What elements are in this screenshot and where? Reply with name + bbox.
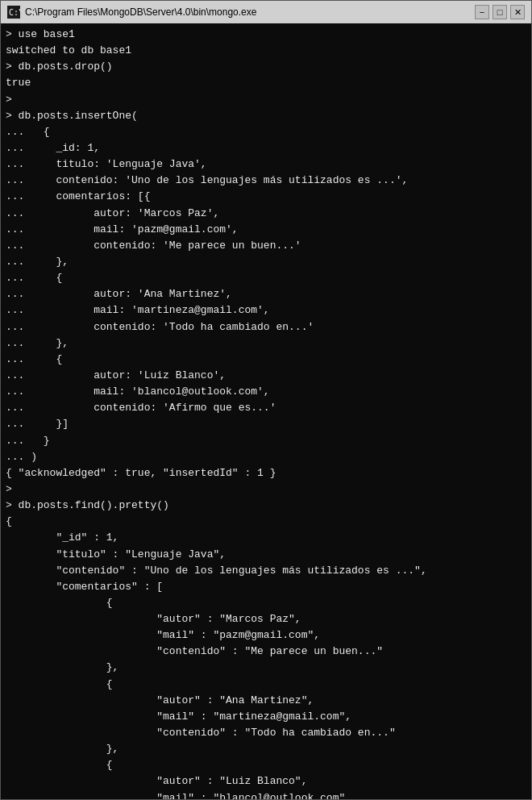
terminal-line: "contenido" : "Me parece un buen..." [6,644,526,660]
title-bar-controls: − □ ✕ [475,5,525,19]
terminal-line: > db.posts.find().pretty() [6,498,526,514]
terminal-line: ... }, [6,254,526,270]
terminal-line: "_id" : 1, [6,530,526,546]
terminal-line: { [6,757,526,773]
terminal-line: { [6,514,526,530]
terminal-line: "mail" : "martineza@gmail.com", [6,709,526,725]
terminal-line: ... autor: 'Ana Martinez', [6,286,526,302]
terminal-line: ... contenido: 'Todo ha cambiado en...' [6,319,526,335]
terminal-line: "autor" : "Luiz Blanco", [6,773,526,790]
terminal-line: "titulo" : "Lenguaje Java", [6,547,526,563]
terminal-line: switched to db base1 [6,43,526,59]
terminal-line: { [6,677,526,693]
terminal-line: ... mail: 'martineza@gmail.com', [6,302,526,319]
terminal-line: "autor" : "Marcos Paz", [6,611,526,627]
terminal-line: ... _id: 1, [6,140,526,156]
window-title: C:\Program Files\MongoDB\Server\4.0\bin\… [25,6,256,18]
terminal-line: > db.posts.drop() [6,59,526,75]
terminal-line: > db.posts.insertOne( [6,108,526,124]
terminal-line: { [6,595,526,611]
terminal-line: }, [6,660,526,676]
terminal-line: true [6,75,526,91]
maximize-button[interactable]: □ [493,5,507,19]
terminal-line: > [6,92,526,108]
svg-text:C:\: C:\ [9,8,20,17]
terminal-line: ... ) [6,449,526,465]
terminal-line: ... mail: 'blancol@outlook.com', [6,384,526,400]
terminal-content[interactable]: > use base1switched to db base1> db.post… [1,23,531,799]
title-bar-left: C:\ C:\Program Files\MongoDB\Server\4.0\… [7,6,256,19]
terminal-line: ... contenido: 'Me parece un buen...' [6,238,526,254]
terminal-line: > [6,481,526,498]
terminal-icon: C:\ [7,6,20,19]
terminal-line: ... autor: 'Luiz Blanco', [6,368,526,384]
terminal-line: "comentarios" : [ [6,579,526,595]
terminal-line: "contenido" : "Uno de los lenguajes más … [6,563,526,579]
terminal-line: ... { [6,270,526,286]
terminal-line: > use base1 [6,27,526,43]
terminal-line: ... }] [6,416,526,432]
minimize-button[interactable]: − [475,5,489,19]
terminal-line: ... titulo: 'Lenguaje Java', [6,156,526,173]
terminal-line: "mail" : "pazm@gmail.com", [6,627,526,644]
title-bar: C:\ C:\Program Files\MongoDB\Server\4.0\… [1,1,531,23]
terminal-line: ... autor: 'Marcos Paz', [6,206,526,222]
terminal-line: ... { [6,124,526,140]
terminal-line: ... contenido: 'Uno de los lenguajes más… [6,173,526,189]
terminal-line: }, [6,741,526,757]
terminal-line: "mail" : "blancol@outlook.com", [6,790,526,799]
terminal-line: ... contenido: 'Afirmo que es...' [6,400,526,416]
terminal-line: ... mail: 'pazm@gmail.com', [6,222,526,238]
terminal-line: ... } [6,433,526,449]
terminal-window: C:\ C:\Program Files\MongoDB\Server\4.0\… [0,0,532,800]
terminal-line: ... comentarios: [{ [6,189,526,205]
close-button[interactable]: ✕ [510,5,525,19]
terminal-line: ... }, [6,335,526,352]
terminal-line: { "acknowledged" : true, "insertedId" : … [6,465,526,481]
terminal-line: ... { [6,352,526,368]
terminal-line: "contenido" : "Todo ha cambiado en..." [6,725,526,741]
terminal-line: "autor" : "Ana Martinez", [6,693,526,709]
